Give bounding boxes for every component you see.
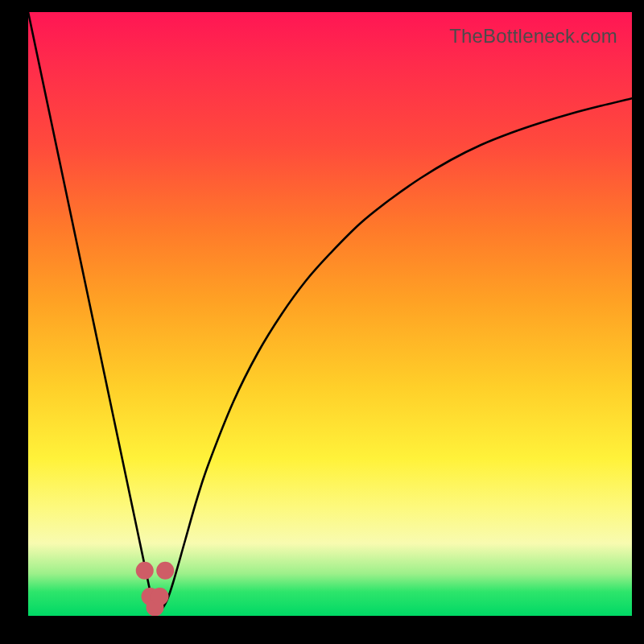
marker-point (136, 562, 154, 580)
marker-point (147, 599, 164, 617)
watermark-label: TheBottleneck.com (449, 25, 617, 47)
plot-area: TheBottleneck.com (28, 12, 632, 616)
highlight-markers (28, 12, 632, 616)
marker-point (156, 562, 174, 580)
bottleneck-curve (28, 12, 632, 616)
marker-point (151, 588, 169, 605)
marker-point (142, 588, 159, 605)
chart-frame: TheBottleneck.com (0, 0, 644, 644)
